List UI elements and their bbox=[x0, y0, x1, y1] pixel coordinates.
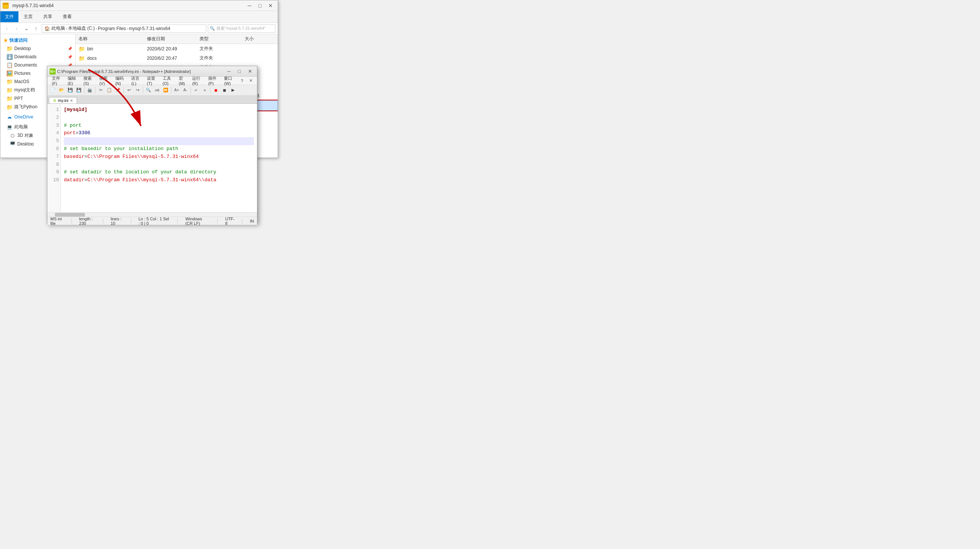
comment-port: # port bbox=[64, 123, 81, 128]
up-button[interactable]: ↑ bbox=[32, 24, 40, 33]
notepad-icon: N+ bbox=[49, 69, 56, 75]
np-new-button[interactable]: 📄 bbox=[49, 86, 57, 94]
np-menu-help[interactable]: ? bbox=[238, 78, 246, 84]
code-area[interactable]: [mysqld] # port port=3306 # set basedir … bbox=[61, 104, 257, 212]
section-tag: [mysqld] bbox=[64, 107, 87, 112]
code-line-1: [mysqld] bbox=[64, 106, 254, 114]
np-menu-macro[interactable]: 宏(M) bbox=[176, 75, 189, 86]
back-button[interactable]: ‹ bbox=[3, 24, 11, 33]
np-menu-window[interactable]: 窗口(W) bbox=[221, 75, 237, 86]
ribbon-tab-home[interactable]: 主页 bbox=[18, 11, 38, 22]
table-row[interactable]: 📁bin 2020/6/2 20:49 文件夹 bbox=[76, 44, 278, 53]
np-menu-edit[interactable]: 编辑(E) bbox=[65, 75, 80, 86]
maximize-button[interactable]: □ bbox=[255, 2, 265, 10]
toolbar-sep-3 bbox=[123, 87, 124, 94]
notepad-title: C:\Program Files\mysql-5.7.31-winx64\my.… bbox=[57, 69, 224, 74]
np-replace-button[interactable]: AB bbox=[153, 86, 161, 94]
col-type[interactable]: 类型 bbox=[199, 36, 245, 42]
col-size[interactable]: 大小 bbox=[245, 36, 275, 42]
search-box[interactable]: 🔍 搜索"mysql-5.7.31-winx64" bbox=[208, 24, 275, 33]
ppt-icon: 📁 bbox=[6, 96, 13, 102]
sidebar-python-label: 路飞Python bbox=[14, 104, 37, 110]
col-date[interactable]: 修改日期 bbox=[147, 36, 199, 42]
np-menu-search[interactable]: 搜索(S) bbox=[80, 75, 96, 86]
np-tab-label: my.ini bbox=[58, 98, 68, 103]
sidebar-downloads-label: Downloads bbox=[14, 54, 37, 59]
line-num-8: 8 bbox=[49, 161, 59, 169]
np-open-button[interactable]: 📂 bbox=[57, 86, 66, 94]
downloads-icon: ⬇️ bbox=[6, 54, 13, 60]
line-num-9: 9 bbox=[49, 168, 59, 176]
np-findnext-button[interactable]: ⏩ bbox=[162, 86, 170, 94]
comment-datadir: # set datadir to the location of your da… bbox=[64, 169, 216, 175]
code-line-5 bbox=[64, 137, 254, 145]
scrollbar-thumb[interactable] bbox=[55, 213, 85, 217]
np-undo-button[interactable]: ↩ bbox=[125, 86, 133, 94]
np-zoomin-button[interactable]: A+ bbox=[172, 86, 181, 94]
notepad-menubar: 文件(F) 编辑(E) 搜索(S) 视图(V) 编码(N) 语言(L) 设置(T… bbox=[47, 77, 257, 85]
np-maximize-button[interactable]: □ bbox=[234, 68, 244, 75]
np-menu-tools[interactable]: 工具(O) bbox=[160, 75, 176, 86]
val-basedir: C:\\Program Files\\mysql-5.7.31-winx64 bbox=[87, 154, 199, 160]
col-name[interactable]: 名称 bbox=[78, 36, 147, 42]
sidebar-desktop2-label: Desktop bbox=[17, 141, 34, 145]
np-redo-button[interactable]: ↪ bbox=[134, 86, 142, 94]
explorer-icon bbox=[3, 3, 9, 9]
np-menu-run[interactable]: 运行(R) bbox=[189, 75, 205, 86]
path-home-icon: 🏠 bbox=[45, 26, 50, 31]
down-button[interactable]: ⌄ bbox=[22, 24, 30, 33]
notepad-scrollbar[interactable] bbox=[47, 212, 257, 217]
path-sep-3: › bbox=[127, 26, 128, 31]
np-menu-lang[interactable]: 语言(L) bbox=[128, 75, 143, 86]
np-copy-button[interactable]: 📋 bbox=[105, 86, 113, 94]
np-close-button[interactable]: ✕ bbox=[245, 68, 255, 75]
np-x-button[interactable]: ✕ bbox=[246, 77, 256, 84]
address-path[interactable]: 🏠 此电脑 › 本地磁盘 (C:) › Program Files › mysq… bbox=[42, 24, 206, 33]
file-type: 文件夹 bbox=[199, 46, 245, 52]
ribbon-tab-view[interactable]: 查看 bbox=[57, 11, 77, 22]
np-menu-view[interactable]: 视图(V) bbox=[96, 75, 112, 86]
sidebar-onedrive-label: OneDrive bbox=[14, 114, 33, 120]
ribbon-tab-share[interactable]: 共享 bbox=[38, 11, 57, 22]
np-tab-close-button[interactable]: ✕ bbox=[70, 99, 73, 103]
np-saveall-button[interactable]: 💾 bbox=[75, 86, 83, 94]
close-button[interactable]: ✕ bbox=[266, 2, 275, 10]
np-paste-button[interactable]: 📌 bbox=[114, 86, 122, 94]
sidebar-item-desktop[interactable]: 📁 Desktop 📌 bbox=[0, 45, 75, 53]
line-numbers: 1 2 3 4 5 6 7 8 9 10 bbox=[47, 104, 61, 212]
table-row[interactable]: 📁docs 2020/6/2 20:47 文件夹 bbox=[76, 53, 278, 63]
np-menu-file[interactable]: 文件(F) bbox=[49, 75, 65, 86]
line-num-2: 2 bbox=[49, 114, 59, 122]
np-indent-button[interactable]: ≡ bbox=[200, 86, 209, 94]
np-record-button[interactable]: ⏺ bbox=[212, 86, 220, 94]
svg-text:N+: N+ bbox=[50, 70, 55, 74]
mysqldocs-icon: 📁 bbox=[6, 87, 13, 93]
np-minimize-button[interactable]: ─ bbox=[224, 68, 234, 75]
np-menu-settings[interactable]: 设置(T) bbox=[144, 75, 160, 86]
sidebar-pictures-label: Pictures bbox=[14, 71, 30, 76]
code-line-8 bbox=[64, 161, 254, 169]
path-part-3: Program Files bbox=[98, 26, 126, 31]
np-menu-plugins[interactable]: 插件(P) bbox=[205, 75, 221, 86]
sidebar-thispc-label: 此电脑 bbox=[14, 124, 28, 130]
forward-button[interactable]: › bbox=[13, 24, 21, 33]
np-stop-button[interactable]: ⏹ bbox=[220, 86, 229, 94]
np-cut-button[interactable]: ✂ bbox=[97, 86, 105, 94]
np-save-button[interactable]: 💾 bbox=[66, 86, 75, 94]
np-zoomout-button[interactable]: A- bbox=[181, 86, 189, 94]
sidebar-item-downloads[interactable]: ⬇️ Downloads 📌 bbox=[0, 53, 75, 61]
folder-icon: 📁 bbox=[78, 46, 85, 52]
np-find-button[interactable]: 🔍 bbox=[144, 86, 153, 94]
np-play-button[interactable]: ▶ bbox=[229, 86, 237, 94]
ribbon-tab-file[interactable]: 文件 bbox=[0, 11, 18, 22]
sidebar-mysqldocs-label: mysql文档 bbox=[14, 87, 35, 93]
documents-icon: 📋 bbox=[6, 62, 13, 68]
np-print-button[interactable]: 🖨️ bbox=[86, 86, 94, 94]
path-part-2: 本地磁盘 (C:) bbox=[68, 25, 95, 32]
np-wrap-button[interactable]: ↵ bbox=[192, 86, 200, 94]
minimize-button[interactable]: ─ bbox=[245, 2, 255, 10]
np-menu-encode[interactable]: 编码(N) bbox=[112, 75, 129, 86]
onedrive-icon: ☁ bbox=[6, 114, 13, 120]
np-tab-myini[interactable]: ⚙ my.ini ✕ bbox=[49, 97, 77, 104]
notepad-tabbar: ⚙ my.ini ✕ bbox=[47, 96, 257, 104]
